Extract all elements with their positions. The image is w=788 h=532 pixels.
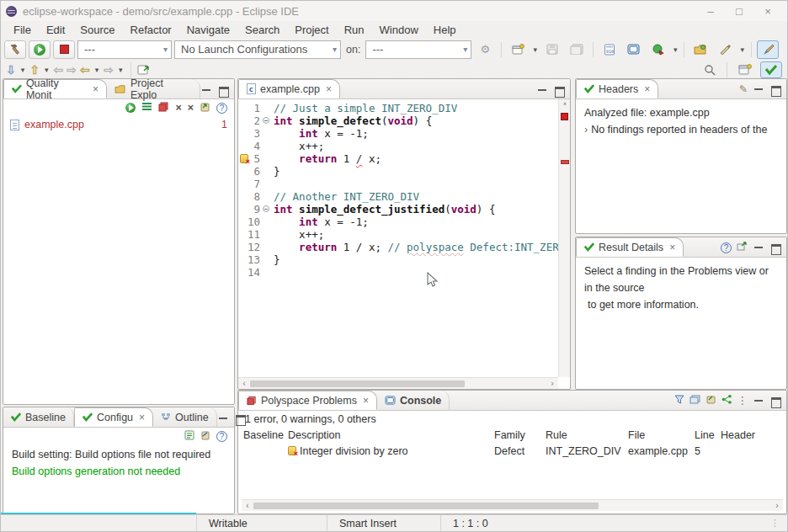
code-line-6[interactable]: 6} xyxy=(238,165,558,178)
close-icon[interactable]: × xyxy=(324,83,332,95)
open-external-icon[interactable] xyxy=(737,242,748,253)
editor-horizontal-scrollbar[interactable]: ‹ › xyxy=(238,377,558,389)
target-combo[interactable]: --- ▾ xyxy=(365,40,471,59)
column-header-family[interactable]: Family xyxy=(494,429,546,441)
tab-headers[interactable]: Headers × xyxy=(576,79,658,98)
import-results-icon[interactable] xyxy=(705,395,716,407)
launch-history-combo[interactable]: --- ▾ xyxy=(77,40,172,59)
remove-results-icon[interactable] xyxy=(158,102,169,114)
stop-button[interactable] xyxy=(53,40,75,59)
gutter[interactable]: 14 xyxy=(238,266,274,279)
forward-icon[interactable]: ⇨ xyxy=(104,63,114,77)
minimize-view-icon[interactable] xyxy=(753,242,764,253)
annotate-pen-icon[interactable] xyxy=(714,40,736,59)
forward-history-icon[interactable]: ⇨ xyxy=(67,63,77,77)
chevron-down-icon[interactable]: ▾ xyxy=(740,45,744,54)
overview-defect-marker[interactable] xyxy=(561,160,569,164)
scrollbar-thumb[interactable] xyxy=(250,380,465,387)
problems-row[interactable]: Integer division by zeroDefectINT_ZERO_D… xyxy=(238,443,786,459)
next-annotation-icon[interactable]: ⇩ xyxy=(6,63,16,77)
menu-item-project[interactable]: Project xyxy=(287,24,336,36)
view-menu-icon[interactable]: ⋮ xyxy=(737,394,748,407)
last-edit-location-icon[interactable] xyxy=(137,64,150,75)
scroll-left-icon[interactable]: ‹ xyxy=(238,379,250,388)
close-icon[interactable]: × xyxy=(91,83,98,95)
minimize-button[interactable]: – xyxy=(696,5,725,18)
tab-polyspace-problems[interactable]: Polyspace Problems × xyxy=(238,391,377,410)
back-icon[interactable]: ⇦ xyxy=(80,63,90,77)
scroll-right-icon[interactable]: › xyxy=(546,379,558,388)
close-icon[interactable]: × xyxy=(642,83,650,95)
open-perspective-icon[interactable] xyxy=(738,64,752,76)
gutter[interactable]: 5 xyxy=(238,152,274,165)
build-hammer-button[interactable] xyxy=(4,40,26,59)
maximize-button[interactable]: □ xyxy=(725,5,753,18)
back-history-icon[interactable]: ⇦ xyxy=(54,63,64,77)
menu-item-navigate[interactable]: Navigate xyxy=(179,24,237,36)
tab-quality-monitoring[interactable]: Quality Monit × xyxy=(3,79,107,98)
code-line-3[interactable]: 3 int x = -1; xyxy=(238,127,558,140)
polyspace-brush-button[interactable] xyxy=(757,40,779,59)
chevron-down-icon[interactable]: ▾ xyxy=(45,66,49,74)
close-button[interactable]: × xyxy=(753,5,782,18)
chevron-down-icon[interactable]: ▾ xyxy=(119,66,123,74)
menu-item-window[interactable]: Window xyxy=(372,24,426,36)
start-analysis-icon[interactable] xyxy=(125,103,136,113)
tab-project-explorer[interactable]: Project Explo xyxy=(107,79,200,98)
minimize-view-icon[interactable] xyxy=(536,85,548,95)
checklist-icon[interactable] xyxy=(184,430,194,443)
column-header-rule[interactable]: Rule xyxy=(546,429,628,441)
column-header-header[interactable]: Header xyxy=(721,429,771,441)
menu-item-file[interactable]: File xyxy=(6,24,39,36)
close-icon[interactable]: × xyxy=(361,395,369,407)
gutter[interactable]: 1 xyxy=(238,102,274,114)
defect-marker-icon[interactable] xyxy=(240,154,248,163)
fold-collapse-icon[interactable] xyxy=(260,114,272,127)
gutter[interactable]: 4 xyxy=(238,140,274,152)
headers-findings-row[interactable]: ›No findings reported in headers of the xyxy=(584,121,778,138)
new-wizard-icon[interactable] xyxy=(507,40,529,59)
chevron-down-icon[interactable]: ▾ xyxy=(674,45,678,54)
help-icon[interactable]: ? xyxy=(721,242,732,253)
gutter[interactable]: 7 xyxy=(238,178,274,190)
gutter[interactable]: 9 xyxy=(238,203,274,215)
save-icon[interactable] xyxy=(541,40,563,59)
gutter[interactable]: 13 xyxy=(238,253,274,266)
overview-ruler[interactable]: ▴ xyxy=(558,99,570,377)
share-icon[interactable] xyxy=(721,395,732,407)
quality-file-row[interactable]: example.cpp 1 xyxy=(3,116,234,133)
group-by-icon[interactable] xyxy=(690,395,700,407)
code-line-1[interactable]: 1// Just a simple INT_ZERO_DIV xyxy=(238,102,558,114)
code-line-2[interactable]: 2int simple_defect(void) { xyxy=(238,114,558,127)
tab-console[interactable]: Console xyxy=(377,391,450,410)
code-line-14[interactable]: 14 xyxy=(238,266,558,279)
code-area[interactable]: 1// Just a simple INT_ZERO_DIV2int simpl… xyxy=(238,102,558,377)
maximize-view-icon[interactable] xyxy=(217,85,229,95)
overview-error-icon[interactable] xyxy=(561,113,568,120)
delete-icon[interactable]: × xyxy=(175,102,181,114)
code-line-9[interactable]: 9int simple_defect_justified(void) { xyxy=(238,203,558,215)
column-header-description[interactable]: Description xyxy=(288,429,494,441)
tab-baseline[interactable]: Baseline xyxy=(3,407,74,427)
close-icon[interactable]: × xyxy=(137,412,145,423)
tab-configuration[interactable]: Configu × xyxy=(74,407,153,427)
binary-file-icon[interactable]: 010 xyxy=(599,40,620,59)
launch-config-combo[interactable]: No Launch Configurations ▾ xyxy=(174,40,341,59)
help-icon[interactable]: ? xyxy=(216,103,227,114)
gutter[interactable]: 6 xyxy=(238,165,274,178)
tab-outline[interactable]: Outline xyxy=(153,407,217,427)
scroll-left-icon[interactable]: ‹ xyxy=(242,501,253,510)
close-icon[interactable]: × xyxy=(668,242,675,253)
menu-item-help[interactable]: Help xyxy=(426,24,464,36)
maximize-view-icon[interactable] xyxy=(553,85,565,95)
open-task-icon[interactable] xyxy=(690,40,711,59)
scrollbar-thumb[interactable] xyxy=(253,503,599,509)
column-header-file[interactable]: File xyxy=(628,429,695,441)
chevron-right-icon[interactable]: › xyxy=(584,124,588,136)
run-button[interactable] xyxy=(29,40,51,59)
scroll-up-icon[interactable]: ▴ xyxy=(559,99,570,107)
maximize-view-icon[interactable] xyxy=(769,242,781,253)
code-line-4[interactable]: 4 x++; xyxy=(238,140,558,152)
help-icon[interactable]: ? xyxy=(216,431,227,442)
gutter[interactable]: 12 xyxy=(238,241,274,253)
